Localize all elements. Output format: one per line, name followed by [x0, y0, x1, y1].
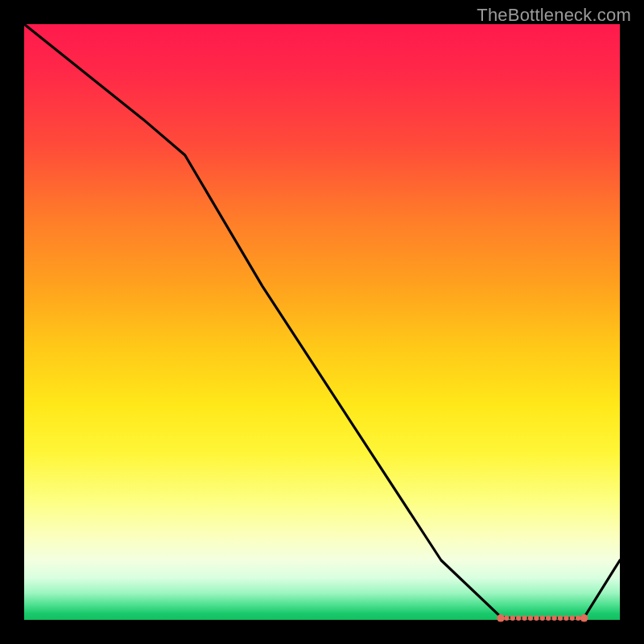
flat-marker — [510, 616, 515, 621]
series-line — [24, 24, 620, 618]
flat-marker — [504, 616, 509, 621]
flat-marker-end — [497, 614, 505, 622]
flat-marker — [534, 616, 539, 621]
flat-marker — [540, 616, 545, 621]
flat-marker-end — [580, 614, 588, 622]
plot-area — [24, 24, 620, 620]
chart-frame: TheBottleneck.com — [0, 0, 644, 644]
flat-segment-markers — [497, 614, 588, 622]
flat-marker — [546, 616, 551, 621]
flat-marker — [516, 616, 521, 621]
flat-marker — [528, 616, 533, 621]
chart-svg — [24, 24, 620, 620]
flat-marker — [570, 616, 575, 621]
flat-marker — [522, 616, 526, 621]
watermark-text: TheBottleneck.com — [477, 5, 631, 26]
flat-marker — [551, 616, 556, 621]
flat-marker — [564, 616, 568, 621]
flat-marker — [576, 616, 580, 621]
flat-marker — [558, 616, 563, 621]
